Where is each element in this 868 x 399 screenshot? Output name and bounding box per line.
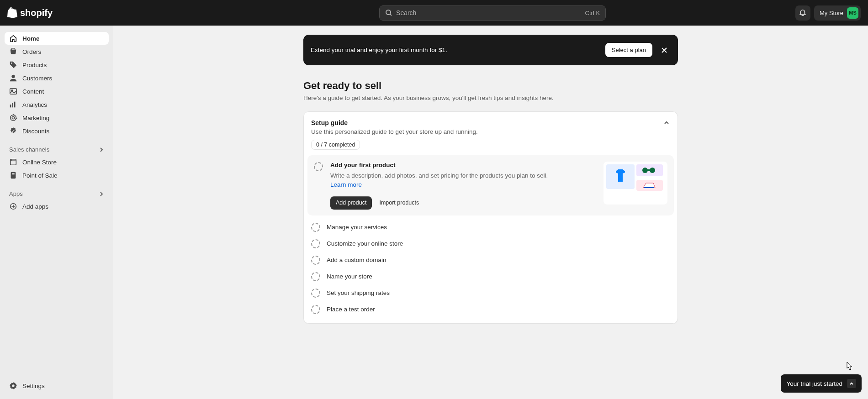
svg-rect-9 bbox=[14, 102, 16, 108]
chevron-up-icon[interactable] bbox=[663, 119, 670, 126]
sidebar-item-customers[interactable]: Customers bbox=[5, 72, 109, 84]
step-status-icon bbox=[311, 272, 320, 281]
setup-step[interactable]: Place a test order bbox=[307, 301, 674, 318]
store-icon bbox=[9, 158, 17, 166]
pos-icon bbox=[9, 171, 17, 179]
step-status-icon bbox=[311, 289, 320, 298]
plus-circle-icon bbox=[9, 202, 17, 210]
setup-step[interactable]: Name your store bbox=[307, 268, 674, 285]
setup-step[interactable]: Add a custom domain bbox=[307, 252, 674, 268]
chevron-right-icon bbox=[99, 191, 104, 197]
svg-line-1 bbox=[390, 14, 392, 16]
sidebar-item-label: Products bbox=[22, 62, 47, 68]
notifications-button[interactable] bbox=[795, 5, 810, 21]
chevron-up-icon bbox=[849, 381, 854, 386]
import-products-button[interactable]: Import products bbox=[379, 200, 419, 206]
apps-header[interactable]: Apps bbox=[5, 188, 109, 200]
setup-guide-card: Setup guide Use this personalized guide … bbox=[303, 111, 678, 324]
sidebar-item-discounts[interactable]: Discounts bbox=[5, 125, 109, 137]
chart-icon bbox=[9, 100, 17, 109]
sidebar-item-label: Online Store bbox=[22, 159, 57, 166]
progress-badge: 0 / 7 completed bbox=[311, 140, 360, 150]
sidebar-item-pos[interactable]: Point of Sale bbox=[5, 169, 109, 182]
select-plan-button[interactable]: Select a plan bbox=[605, 43, 652, 57]
gear-icon bbox=[9, 382, 17, 390]
svg-point-18 bbox=[642, 168, 648, 173]
sidebar-item-marketing[interactable]: Marketing bbox=[5, 111, 109, 124]
step-label: Name your store bbox=[327, 273, 372, 280]
svg-point-19 bbox=[650, 168, 655, 173]
page-title: Get ready to sell bbox=[303, 80, 678, 92]
setup-step[interactable]: Manage your services bbox=[307, 219, 674, 236]
search-bar[interactable]: Ctrl K bbox=[379, 5, 606, 21]
image-icon bbox=[9, 87, 17, 95]
search-input[interactable] bbox=[396, 9, 582, 16]
store-switcher[interactable]: My Store MS bbox=[814, 5, 861, 21]
sidebar-item-label: Analytics bbox=[22, 101, 47, 108]
step-label: Add a custom domain bbox=[327, 257, 386, 263]
svg-rect-20 bbox=[647, 169, 650, 171]
svg-rect-2 bbox=[11, 48, 15, 50]
bell-icon bbox=[799, 9, 807, 17]
sidebar-item-analytics[interactable]: Analytics bbox=[5, 98, 109, 111]
sales-channels-header[interactable]: Sales channels bbox=[5, 143, 109, 156]
step-label: Set your shipping rates bbox=[327, 289, 390, 296]
step-status-icon[interactable] bbox=[314, 162, 323, 171]
sidebar-item-content[interactable]: Content bbox=[5, 85, 109, 98]
tag-icon bbox=[9, 61, 17, 69]
sidebar-item-label: Customers bbox=[22, 75, 52, 82]
logo[interactable]: shopify bbox=[7, 7, 53, 18]
store-name-label: My Store bbox=[820, 10, 843, 16]
svg-rect-7 bbox=[10, 105, 11, 107]
step-text: Write a description, add photos, and set… bbox=[330, 171, 559, 190]
setup-step-expanded: Add your first product Write a descripti… bbox=[307, 155, 674, 215]
step-label: Place a test order bbox=[327, 306, 375, 313]
svg-point-11 bbox=[12, 116, 14, 119]
step-label: Customize your online store bbox=[327, 240, 403, 247]
sidebar-item-label: Content bbox=[22, 88, 44, 95]
close-icon bbox=[661, 47, 667, 53]
step-status-icon bbox=[311, 305, 320, 314]
sidebar-item-label: Discounts bbox=[22, 128, 49, 135]
sidebar-item-label: Add apps bbox=[22, 203, 48, 210]
svg-rect-8 bbox=[12, 103, 13, 107]
svg-rect-15 bbox=[12, 173, 14, 175]
target-icon bbox=[9, 114, 17, 122]
search-icon bbox=[385, 9, 392, 16]
setup-desc: Use this personalized guide to get your … bbox=[304, 128, 677, 135]
setup-title: Setup guide bbox=[311, 119, 348, 126]
shopify-logo-icon bbox=[7, 7, 17, 18]
sidebar-item-home[interactable]: Home bbox=[5, 32, 109, 45]
svg-point-4 bbox=[11, 75, 15, 78]
main-content: Extend your trial and enjoy your first m… bbox=[113, 26, 868, 399]
setup-step[interactable]: Set your shipping rates bbox=[307, 285, 674, 301]
sidebar-item-add-apps[interactable]: Add apps bbox=[5, 200, 109, 213]
sidebar-item-orders[interactable]: Orders bbox=[5, 45, 109, 58]
step-label: Manage your services bbox=[327, 224, 387, 231]
sidebar-item-products[interactable]: Products bbox=[5, 58, 109, 71]
step-title: Add your first product bbox=[330, 162, 596, 168]
svg-point-3 bbox=[11, 63, 12, 64]
page-subtitle: Here's a guide to get started. As your b… bbox=[303, 94, 678, 101]
sidebar: Home Orders Products Customers Content A… bbox=[0, 26, 113, 399]
sidebar-item-label: Marketing bbox=[22, 115, 49, 121]
sidebar-item-label: Home bbox=[22, 35, 40, 42]
orders-icon bbox=[9, 47, 17, 56]
svg-point-13 bbox=[11, 160, 12, 160]
search-wrap: Ctrl K bbox=[379, 5, 606, 21]
step-illustration bbox=[603, 162, 667, 205]
svg-point-0 bbox=[386, 10, 391, 15]
sidebar-item-label: Point of Sale bbox=[22, 172, 58, 179]
setup-step[interactable]: Customize your online store bbox=[307, 236, 674, 252]
learn-more-link[interactable]: Learn more bbox=[330, 181, 362, 188]
trial-toast[interactable]: Your trial just started bbox=[781, 374, 862, 393]
add-product-button[interactable]: Add product bbox=[330, 196, 372, 209]
sidebar-item-settings[interactable]: Settings bbox=[5, 379, 109, 392]
sidebar-item-online-store[interactable]: Online Store bbox=[5, 156, 109, 168]
top-header: shopify Ctrl K My Store MS bbox=[0, 0, 868, 26]
banner-text: Extend your trial and enjoy your first m… bbox=[311, 47, 447, 53]
toast-text: Your trial just started bbox=[786, 380, 842, 387]
toast-expand-button[interactable] bbox=[847, 379, 856, 388]
header-right: My Store MS bbox=[795, 5, 861, 21]
banner-close-button[interactable] bbox=[658, 44, 671, 57]
